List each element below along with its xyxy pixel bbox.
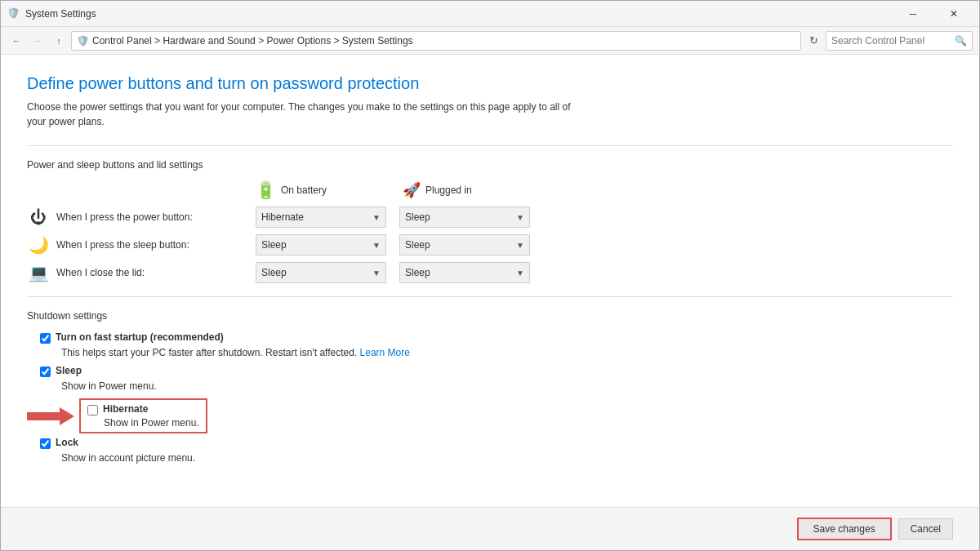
power-button-row: ⏻ When I press the power button: Hiberna… [27,207,615,228]
titlebar-title: System Settings [25,8,894,20]
power-plugged-dropdown[interactable]: Sleep ▼ [399,207,530,228]
forward-button[interactable]: → [29,32,47,50]
section2-label: Shutdown settings [27,310,953,322]
fast-startup-label-text: Turn on fast startup (recommended) [56,331,224,343]
lid-plugged-arrow: ▼ [516,269,524,278]
titlebar: 🛡️ System Settings ─ ✕ [1,1,979,27]
lid-battery-dropdown[interactable]: Sleep ▼ [256,262,386,283]
lid-label: 💻 When I close the lid: [27,263,256,282]
sleep-button-icon: 🌙 [27,235,50,255]
hibernate-label-text: Hibernate [103,403,148,415]
lock-label[interactable]: Lock [56,437,78,448]
up-button[interactable]: ↑ [50,32,68,50]
titlebar-icon-small: 🛡️ [77,35,89,47]
sleep-plugged-arrow: ▼ [516,241,524,250]
addressbar: ← → ↑ 🛡️ Control Panel > Hardware and So… [1,27,979,55]
fast-startup-item: Turn on fast startup (recommended) [27,331,953,344]
lock-label-text: Lock [56,437,78,448]
divider-2 [27,296,953,297]
battery-icon: 🔋 [256,180,276,200]
power-table: 🔋 On battery 🚀 Plugged in ⏻ When I press… [27,180,615,283]
sleep-button-label: 🌙 When I press the sleep button: [27,235,256,255]
hibernate-item: Hibernate [87,403,199,415]
hibernate-row: Hibernate Show in Power menu. [27,398,953,433]
red-arrow-container [27,404,76,429]
power-battery-arrow: ▼ [372,213,381,222]
sleep-battery-value: Sleep [261,239,287,251]
fast-startup-desc: This helps start your PC faster after sh… [27,347,953,358]
back-button[interactable]: ← [7,32,25,50]
sleep-plugged-dropdown[interactable]: Sleep ▼ [399,234,530,256]
power-plugged-value: Sleep [405,211,430,223]
hibernate-sublabel: Show in Power menu. [87,417,199,429]
sleep-label-text: Sleep [56,365,82,376]
titlebar-icon: 🛡️ [7,7,20,20]
col-plugged-label: Plugged in [425,184,472,196]
svg-marker-0 [27,407,74,425]
page-description: Choose the power settings that you want … [27,100,582,129]
sleep-battery-arrow: ▼ [372,241,381,250]
breadcrumb: Control Panel > Hardware and Sound > Pow… [92,35,413,47]
power-table-header: 🔋 On battery 🚀 Plugged in [27,180,615,200]
power-button-text: When I press the power button: [56,211,193,223]
lid-battery-arrow: ▼ [372,269,381,278]
sleep-item: Sleep [27,365,953,377]
lid-plugged-value: Sleep [405,267,430,278]
col-battery-header: 🔋 On battery [256,180,403,200]
plugged-icon: 🚀 [403,181,421,199]
lock-sublabel: Show in account picture menu. [27,452,953,464]
save-button[interactable]: Save changes [797,518,892,540]
sleep-checkbox[interactable] [40,367,51,377]
lid-text: When I close the lid: [56,267,145,278]
hibernate-box: Hibernate Show in Power menu. [79,398,207,433]
sleep-label[interactable]: Sleep [56,365,82,376]
lid-plugged-dropdown[interactable]: Sleep ▼ [399,262,530,283]
sleep-sublabel: Show in Power menu. [27,380,953,392]
refresh-button[interactable]: ↻ [804,32,822,50]
fast-startup-checkbox[interactable] [40,333,51,344]
col-plugged-header: 🚀 Plugged in [403,181,550,199]
learn-more-link[interactable]: Learn More [360,347,410,358]
power-button-label: ⏻ When I press the power button: [27,208,256,227]
cancel-button[interactable]: Cancel [898,518,953,540]
sleep-battery-dropdown[interactable]: Sleep ▼ [256,234,386,256]
shutdown-section: Shutdown settings Turn on fast startup (… [27,310,953,464]
search-input[interactable] [831,35,955,47]
sleep-button-row: 🌙 When I press the sleep button: Sleep ▼… [27,234,615,256]
red-arrow-icon [27,404,76,429]
power-battery-dropdown[interactable]: Hibernate ▼ [256,207,386,228]
sleep-plugged-value: Sleep [405,239,430,251]
main-content: Define power buttons and turn on passwor… [1,55,979,507]
close-button[interactable]: ✕ [935,4,973,24]
search-icon: 🔍 [955,35,967,47]
address-box: 🛡️ Control Panel > Hardware and Sound > … [71,31,801,51]
fast-startup-desc-text: This helps start your PC faster after sh… [61,347,357,358]
hibernate-checkbox[interactable] [87,405,98,415]
footer: Save changes Cancel [1,507,979,550]
section1-label: Power and sleep buttons and lid settings [27,159,953,171]
titlebar-controls: ─ ✕ [894,4,973,24]
search-box[interactable]: 🔍 [826,31,973,51]
lid-icon: 💻 [27,263,50,282]
power-battery-value: Hibernate [261,211,304,223]
main-window: 🛡️ System Settings ─ ✕ ← → ↑ 🛡️ Control … [0,0,980,551]
power-plugged-arrow: ▼ [516,213,524,222]
fast-startup-label[interactable]: Turn on fast startup (recommended) [56,331,224,343]
divider-1 [27,145,953,146]
minimize-button[interactable]: ─ [894,4,932,24]
sleep-button-text: When I press the sleep button: [56,239,189,251]
page-title: Define power buttons and turn on passwor… [27,74,953,93]
lock-item: Lock [27,437,953,449]
lid-row: 💻 When I close the lid: Sleep ▼ Sleep ▼ [27,262,615,283]
power-button-icon: ⏻ [27,208,50,227]
hibernate-label[interactable]: Hibernate [103,403,148,415]
lid-battery-value: Sleep [261,267,287,278]
col-battery-label: On battery [281,184,327,196]
lock-checkbox[interactable] [40,438,51,449]
